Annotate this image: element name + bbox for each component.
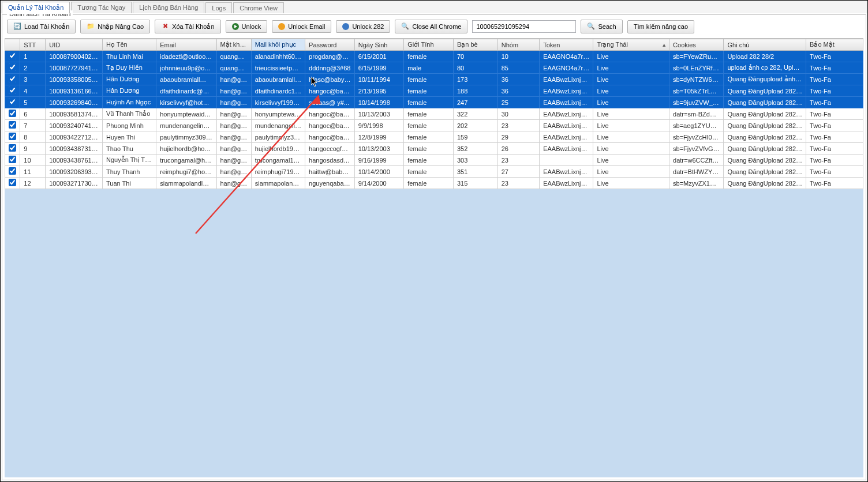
table-row[interactable]: 3100093358005681Hân Dươngabaoubramlall@h… bbox=[5, 74, 863, 85]
cell-token: EAABwzLixnjYB... bbox=[540, 166, 593, 178]
cell-chk[interactable] bbox=[5, 74, 20, 85]
unlock-button[interactable]: Unlock bbox=[226, 20, 268, 33]
row-checkbox[interactable] bbox=[9, 86, 16, 94]
table-row[interactable]: 9100093438731691Thao Thuhujielhordb@hotm… bbox=[5, 143, 863, 155]
cell-matkhau: han@guye... bbox=[216, 166, 251, 178]
col-ghichu[interactable]: Ghi chú bbox=[724, 39, 806, 51]
delete-accounts-button[interactable]: Xóa Tài Khoản bbox=[155, 20, 220, 33]
import-advanced-button[interactable]: Nhập Nâng Cao bbox=[80, 20, 150, 33]
table-row[interactable]: 1100087900402075Thu Linh Maiidadeztl@out… bbox=[5, 51, 863, 62]
unlock-282-button[interactable]: Unlock 282 bbox=[336, 20, 390, 33]
table-row[interactable]: 4100093136166818Hân Dươngdfaithdinardc@h… bbox=[5, 85, 863, 97]
col-token[interactable]: Token bbox=[540, 39, 593, 51]
cell-cookies: datr=BtHWZYSM... bbox=[669, 166, 724, 178]
accounts-grid[interactable]: STTUIDHọ TênEmailMật khẩu ...Mail khôi p… bbox=[5, 39, 863, 189]
magnifier-icon bbox=[401, 22, 409, 31]
row-checkbox[interactable] bbox=[9, 110, 16, 117]
unlock-email-button[interactable]: Unlock Email bbox=[272, 20, 331, 33]
cell-chk[interactable] bbox=[5, 155, 20, 166]
cell-nhom: 85 bbox=[497, 62, 539, 74]
cell-ghichu: Quang ĐăngUpload 282 3/... bbox=[724, 155, 806, 166]
cell-matkhau: han@guye... bbox=[216, 131, 251, 143]
col-ngaysinh[interactable]: Ngày Sinh bbox=[354, 39, 404, 51]
cell-uid: 100093581374729 bbox=[46, 108, 103, 120]
table-row[interactable]: 11100093206393668Thuy Thanhreimphugi7@ho… bbox=[5, 166, 863, 178]
cell-chk[interactable] bbox=[5, 108, 20, 120]
col-gioitinh[interactable]: Giới Tính bbox=[404, 39, 454, 51]
cell-cookies: sb=FjyvZVfvGE9... bbox=[669, 143, 724, 155]
cell-stt: 10 bbox=[20, 155, 46, 166]
advanced-search-button[interactable]: Tìm kiếm nâng cao bbox=[627, 20, 694, 33]
table-row[interactable]: 2100087727941589Tạ Duy Hiềnjohnnieuu9p@o… bbox=[5, 62, 863, 74]
cell-email: dfaithdinardc@hot... bbox=[156, 85, 216, 97]
cell-ngaysinh: 10/14/2000 bbox=[354, 166, 404, 178]
cell-ngaysinh: 10/14/1998 bbox=[354, 97, 404, 108]
cell-chk[interactable] bbox=[5, 85, 20, 97]
col-stt[interactable]: STT bbox=[20, 39, 46, 51]
table-row[interactable]: 12100093271730636Tuan Thisiammapolandl@h… bbox=[5, 178, 863, 189]
tab-4[interactable]: Chrome View bbox=[233, 2, 284, 13]
cell-chk[interactable] bbox=[5, 51, 20, 62]
cell-matkhau: han@guye... bbox=[216, 143, 251, 155]
cell-chk[interactable] bbox=[5, 143, 20, 155]
col-trangthai[interactable]: Trạng Thái▲ bbox=[593, 39, 669, 51]
cell-email: idadeztl@outlook... bbox=[156, 51, 216, 62]
cell-chk[interactable] bbox=[5, 120, 20, 131]
col-banbe[interactable]: Bạn bè bbox=[453, 39, 497, 51]
cell-trangthai: Live bbox=[593, 62, 669, 74]
cell-matkhau: han@guye... bbox=[216, 120, 251, 131]
col-email[interactable]: Email bbox=[156, 39, 216, 51]
table-row[interactable]: 5100093269840508Huỳnh An Ngọckirselivvyf… bbox=[5, 97, 863, 108]
close-all-chrome-button[interactable]: Close All Chrome bbox=[395, 20, 467, 33]
row-checkbox[interactable] bbox=[9, 121, 16, 129]
row-checkbox[interactable] bbox=[9, 98, 16, 106]
cell-password: hfasc@baby#6... bbox=[305, 74, 355, 85]
col-chk[interactable] bbox=[5, 39, 20, 51]
table-row[interactable]: 7100093240741642Phuong Minhmundenangelin… bbox=[5, 120, 863, 131]
tab-2[interactable]: Lịch Đăng Bán Hàng bbox=[133, 2, 204, 13]
cell-banbe: 188 bbox=[453, 85, 497, 97]
cell-chk[interactable] bbox=[5, 166, 20, 178]
cell-cookies: datr=w6CCZftNgl... bbox=[669, 155, 724, 166]
cell-baomat: Two-Fa bbox=[806, 178, 863, 189]
search-button[interactable]: Seach bbox=[581, 20, 622, 33]
tab-1[interactable]: Tương Tác Ngay bbox=[71, 2, 132, 13]
cell-chk[interactable] bbox=[5, 131, 20, 143]
cell-hoten: Tuan Thi bbox=[102, 178, 156, 189]
cell-cookies: sb=FYewZRuW... bbox=[669, 51, 724, 62]
cell-nhom: 25 bbox=[497, 97, 539, 108]
row-checkbox[interactable] bbox=[9, 156, 16, 163]
row-checkbox[interactable] bbox=[9, 167, 16, 175]
row-checkbox[interactable] bbox=[9, 179, 16, 186]
tab-3[interactable]: Logs bbox=[205, 2, 232, 13]
table-row[interactable]: 6100093581374729Vũ Thanh Thảohonyumptewa… bbox=[5, 108, 863, 120]
load-accounts-button[interactable]: Load Tài Khoản bbox=[7, 20, 76, 33]
row-checkbox[interactable] bbox=[9, 52, 16, 59]
cell-email: abaoubramlall@h... bbox=[156, 74, 216, 85]
table-row[interactable]: 10100093438761743Nguyễn Thị Thảotruconga… bbox=[5, 155, 863, 166]
cell-chk[interactable] bbox=[5, 178, 20, 189]
row-checkbox[interactable] bbox=[9, 144, 16, 152]
col-mailkp[interactable]: Mail khôi phục bbox=[251, 39, 305, 51]
row-checkbox[interactable] bbox=[9, 75, 16, 82]
col-baomat[interactable]: Bảo Mật bbox=[806, 39, 863, 51]
cell-chk[interactable] bbox=[5, 97, 20, 108]
cell-uid: 100093358005681 bbox=[46, 74, 103, 85]
grid-wrapper[interactable]: STTUIDHọ TênEmailMật khẩu ...Mail khôi p… bbox=[5, 38, 863, 477]
col-matkhau[interactable]: Mật khẩu ... bbox=[216, 39, 251, 51]
cell-mailkp: reimphugi71991... bbox=[251, 166, 305, 178]
col-cookies[interactable]: Cookies bbox=[669, 39, 724, 51]
col-password[interactable]: Password bbox=[305, 39, 355, 51]
row-checkbox[interactable] bbox=[9, 133, 16, 140]
search-input[interactable] bbox=[472, 20, 576, 33]
grid-header-row[interactable]: STTUIDHọ TênEmailMật khẩu ...Mail khôi p… bbox=[5, 39, 863, 51]
col-nhom[interactable]: Nhóm bbox=[497, 39, 539, 51]
row-checkbox[interactable] bbox=[9, 63, 16, 71]
cell-mailkp: trucongamal1991... bbox=[251, 155, 305, 166]
col-uid[interactable]: UID bbox=[46, 39, 103, 51]
cell-matkhau: han@guye... bbox=[216, 108, 251, 120]
col-hoten[interactable]: Họ Tên bbox=[102, 39, 156, 51]
tab-0[interactable]: Quản Lý Tài Khoản bbox=[2, 2, 70, 14]
cell-chk[interactable] bbox=[5, 62, 20, 74]
table-row[interactable]: 8100093422712470Huyen Thipaulytimmyz309@… bbox=[5, 131, 863, 143]
